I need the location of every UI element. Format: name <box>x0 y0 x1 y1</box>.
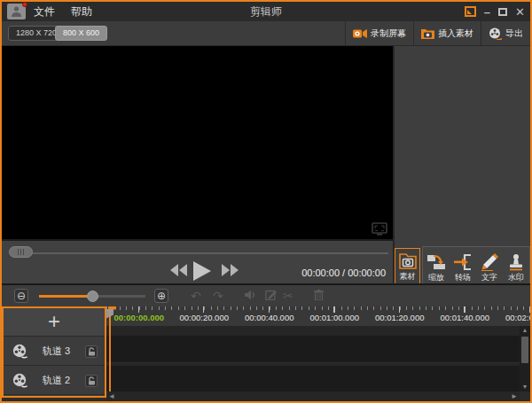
menu-help[interactable]: 帮助 <box>71 4 92 19</box>
zoom-in-button[interactable]: ⊕ <box>154 289 168 303</box>
seek-track[interactable] <box>12 252 388 254</box>
redo-icon[interactable]: ↷ <box>213 290 223 302</box>
unlock-icon <box>88 347 96 356</box>
ruler-label: 00:00:20.000 <box>172 313 238 325</box>
scroll-right-icon[interactable]: ► <box>511 391 518 401</box>
edit-clip-icon[interactable] <box>265 290 277 300</box>
vertical-scrollbar[interactable]: ▲ ▼ <box>520 326 530 391</box>
material-panel: 素材 缩放 <box>393 46 530 285</box>
track-lane-3[interactable] <box>106 336 520 363</box>
app-window: 文件 帮助 剪辑师 – ✕ 1280 X 720 800 X 600 录制屏幕 <box>0 0 532 403</box>
undo-icon[interactable]: ↶ <box>191 290 201 302</box>
close-button[interactable]: ✕ <box>515 6 525 18</box>
zoom-out-button[interactable]: ⊖ <box>14 289 28 303</box>
tab-text[interactable]: 文字 <box>476 248 503 285</box>
menu-file[interactable]: 文件 <box>34 4 55 19</box>
folder-camera-icon <box>421 28 434 39</box>
tab-zoom-label: 缩放 <box>428 272 444 283</box>
tab-watermark[interactable]: 水印 <box>503 248 529 285</box>
fullscreen-icon[interactable] <box>372 222 387 236</box>
timeline-tracks[interactable] <box>106 326 520 391</box>
ruler-label: 00:02:00.000 <box>497 313 530 325</box>
unlock-icon <box>88 376 96 385</box>
top-toolbar: 1280 X 720 800 X 600 录制屏幕 插入素材 <box>2 21 530 46</box>
video-camera-icon <box>353 28 367 39</box>
record-screen-label: 录制屏幕 <box>371 27 406 40</box>
rewind-button[interactable] <box>170 264 188 276</box>
transition-icon <box>453 253 473 271</box>
ruler-ticks-major <box>106 306 530 313</box>
export-label: 导出 <box>505 27 523 40</box>
insert-material-button[interactable]: 插入素材 <box>413 21 481 45</box>
horizontal-scrollbar[interactable]: ◄ ► <box>106 391 520 401</box>
maximize-button[interactable] <box>498 8 507 16</box>
ruler-label: 00:01:00.000 <box>302 313 368 325</box>
track-header-2[interactable]: 轨道 2 <box>4 367 105 395</box>
panel-tab-group: 缩放 转场 文字 <box>422 246 530 285</box>
pencil-icon <box>480 253 499 271</box>
title-bar: 文件 帮助 剪辑师 – ✕ <box>2 2 530 21</box>
menu-bar: 文件 帮助 <box>34 2 92 21</box>
zoom-slider-fill <box>39 295 92 298</box>
play-icon <box>193 261 211 281</box>
tab-transition-label: 转场 <box>455 272 471 283</box>
film-reel-icon <box>489 27 502 40</box>
film-reel-icon <box>12 373 27 388</box>
resolution-button-800x600[interactable]: 800 X 600 <box>55 26 107 41</box>
timeline-area: 00:00:00.000 00:00:20.000 00:00:40.000 0… <box>2 306 530 401</box>
tab-material[interactable]: 素材 <box>395 248 420 285</box>
action-buttons: 录制屏幕 插入素材 导出 <box>345 21 530 45</box>
panel-tabs: 素材 缩放 <box>395 246 530 285</box>
scroll-left-icon[interactable]: ◄ <box>108 391 115 401</box>
vertical-scroll-thumb[interactable] <box>521 337 528 363</box>
ruler-label: 00:00:40.000 <box>237 313 302 325</box>
person-icon <box>11 5 22 17</box>
ruler-label: 00:01:20.000 <box>367 313 433 325</box>
rewind-icon <box>170 264 188 276</box>
user-avatar[interactable] <box>7 4 26 19</box>
lock-track-button[interactable] <box>85 345 98 358</box>
camera-icon <box>398 252 418 270</box>
track-name: 轨道 3 <box>27 345 85 358</box>
track-name: 轨道 2 <box>27 374 85 387</box>
seek-handle[interactable] <box>9 246 33 258</box>
track-header-3[interactable]: 轨道 3 <box>4 337 105 366</box>
video-preview[interactable] <box>2 46 393 239</box>
fast-forward-button[interactable] <box>222 264 239 276</box>
time-display: 00:00:00 / 00:00:00 <box>301 260 386 285</box>
playhead-line <box>109 306 111 391</box>
add-track-button[interactable]: + <box>4 308 105 337</box>
tab-watermark-label: 水印 <box>508 272 524 283</box>
tab-text-label: 文字 <box>481 272 497 283</box>
playback-controls: 00:00:00 / 00:00:00 <box>2 260 393 285</box>
scroll-up-icon[interactable]: ▲ <box>520 326 530 335</box>
scroll-down-icon[interactable]: ▼ <box>520 383 530 391</box>
timeline-toolbar: ⊖ ⊕ ↶ ↷ ✂ <box>2 283 530 306</box>
lock-track-button[interactable] <box>85 375 98 387</box>
export-button[interactable]: 导出 <box>481 21 530 45</box>
timeline-ruler[interactable]: 00:00:00.000 00:00:20.000 00:00:40.000 0… <box>106 306 530 326</box>
ruler-labels: 00:00:00.000 00:00:20.000 00:00:40.000 0… <box>106 313 530 325</box>
transport-bar: 00:00:00 / 00:00:00 <box>2 239 393 283</box>
record-screen-button[interactable]: 录制屏幕 <box>345 21 413 45</box>
play-button[interactable] <box>193 261 211 281</box>
tab-zoom[interactable]: 缩放 <box>423 248 450 285</box>
stamp-icon <box>506 253 526 271</box>
volume-icon[interactable] <box>245 290 256 300</box>
delete-icon[interactable] <box>314 290 324 300</box>
notification-dot-icon <box>22 2 27 7</box>
fast-forward-icon <box>222 264 239 276</box>
timeline-zoom-slider[interactable] <box>39 295 145 298</box>
zoom-slider-handle[interactable] <box>87 291 98 302</box>
skin-mode-icon[interactable] <box>465 6 476 17</box>
cut-icon[interactable]: ✂ <box>283 290 293 302</box>
ruler-label-current: 00:00:00.000 <box>106 313 172 325</box>
ruler-label: 00:01:40.000 <box>433 313 498 325</box>
film-reel-icon <box>12 344 27 359</box>
minimize-button[interactable]: – <box>484 6 490 18</box>
tab-material-label: 素材 <box>400 271 416 283</box>
tab-transition[interactable]: 转场 <box>450 248 476 285</box>
window-controls: – ✕ <box>465 2 525 21</box>
insert-material-label: 插入素材 <box>438 27 473 40</box>
track-lane-2[interactable] <box>106 366 520 393</box>
